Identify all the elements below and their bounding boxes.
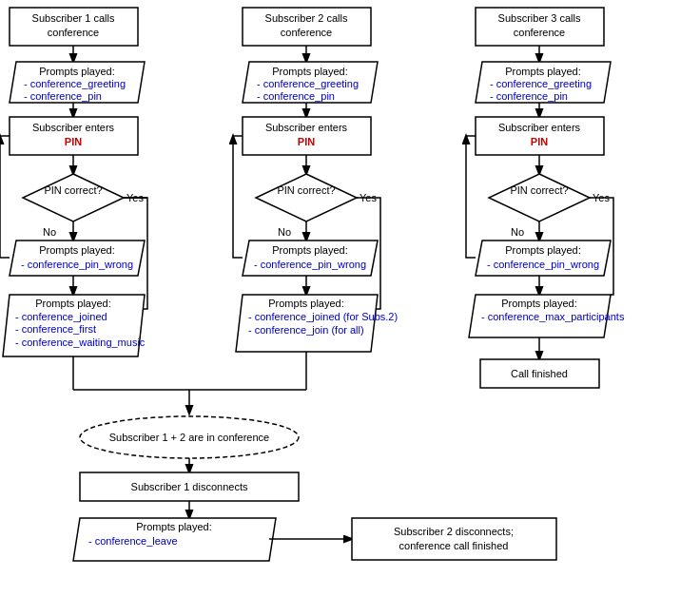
sub2-enter-pin-text1: Subscriber enters: [265, 122, 348, 133]
sub3-pin-wrong-title: Prompts played:: [505, 244, 580, 256]
sub3-max-title: Prompts played:: [501, 298, 576, 309]
sub1-start-text1: Subscriber 1 calls: [32, 12, 115, 24]
sub1-pin-diamond: [23, 174, 124, 221]
sub1-pin-wrong-title: Prompts played:: [39, 244, 114, 256]
sub1-pin-wrong-p1: - conference_pin_wrong: [21, 259, 133, 270]
sub2-start-text2: conference: [281, 27, 332, 38]
sub2-prompts1-title: Prompts played:: [272, 66, 347, 77]
sub3-pin-wrong-p1: - conference_pin_wrong: [487, 259, 599, 270]
sub3-max-p1: - conference_max_participants: [481, 311, 625, 322]
sub1-joined-p3: - conference_waiting_music: [15, 337, 146, 348]
flowchart-diagram: Subscriber 1 calls conference Prompts pl…: [0, 0, 700, 616]
sub1-pin-text1: PIN correct?: [44, 184, 102, 196]
sub1-joined-p1: - conference_joined: [15, 311, 107, 322]
sub1-prompts1-title: Prompts played:: [39, 66, 114, 77]
sub1-leave-p1: - conference_leave: [88, 535, 178, 547]
sub3-prompts1-title: Prompts played:: [505, 66, 580, 77]
sub3-prompts1-p2: - conference_pin: [490, 90, 568, 102]
sub2-prompts1-p1: - conference_greeting: [257, 78, 359, 89]
sub2-pin-diamond: [256, 174, 357, 221]
sub2-start-text1: Subscriber 2 calls: [265, 12, 348, 24]
sub1-joined-title: Prompts played:: [35, 298, 110, 309]
sub2-pin-text: PIN correct?: [277, 184, 335, 196]
sub2-prompts1-p2: - conference_pin: [257, 90, 335, 102]
sub1-prompts1-p1: - conference_greeting: [24, 78, 126, 89]
call-finished-text: Call finished: [511, 368, 568, 379]
sub3-enter-pin-text1: Subscriber enters: [498, 122, 581, 133]
sub3-start-text2: conference: [514, 27, 565, 38]
sub2-disconnects-text1: Subscriber 2 disconnects;: [394, 526, 514, 537]
sub2-enter-pin-text2: PIN: [298, 136, 315, 147]
sub2-pin-wrong-title: Prompts played:: [272, 244, 347, 256]
sub2-joined-title: Prompts played:: [268, 298, 343, 309]
sub1-disconnects-text: Subscriber 1 disconnects: [131, 481, 248, 492]
sub2-no-label: No: [278, 226, 291, 238]
sub1-prompts1-p2: - conference_pin: [24, 90, 102, 102]
sub3-no-label: No: [511, 226, 524, 238]
sub1-no-label: No: [43, 226, 56, 238]
sub2-pin-wrong-p1: - conference_pin_wrong: [254, 259, 366, 270]
sub1-enter-pin-text1: Subscriber enters: [32, 122, 115, 133]
sub1-leave-title: Prompts played:: [136, 521, 211, 532]
sub3-enter-pin-text2: PIN: [531, 136, 548, 147]
sub3-pin-diamond: [489, 174, 590, 221]
sub3-pin-text: PIN correct?: [510, 184, 568, 196]
sub12-conference-text: Subscriber 1 + 2 are in conference: [109, 432, 269, 443]
sub2-joined-p2: - conference_join (for all): [248, 324, 364, 336]
sub2-joined-p1: - conference_joined (for Subs.2): [248, 311, 398, 322]
sub1-start-text2: conference: [48, 27, 99, 38]
sub3-prompts1-p1: - conference_greeting: [490, 78, 592, 89]
sub2-disconnects-box: [352, 518, 556, 560]
sub3-start-text1: Subscriber 3 calls: [498, 12, 581, 24]
sub2-disconnects-text2: conference call finished: [399, 540, 509, 551]
sub1-joined-p2: - conference_first: [15, 323, 96, 335]
sub1-enter-pin-text2: PIN: [65, 136, 82, 147]
